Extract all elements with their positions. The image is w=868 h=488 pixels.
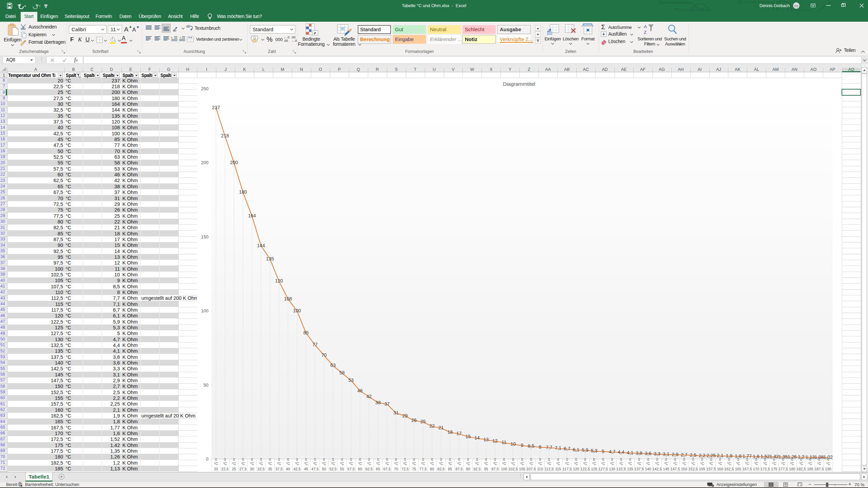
svg-text:0: 0 [638, 457, 640, 461]
svg-text:°C: °C [493, 461, 497, 465]
svg-text:°C: °C [358, 461, 362, 465]
svg-text:3,6: 3,6 [645, 450, 652, 456]
svg-text:0: 0 [629, 457, 631, 461]
svg-text:°C: °C [601, 461, 605, 465]
svg-text:237: 237 [212, 105, 220, 110]
svg-text:162,5: 162,5 [725, 467, 734, 471]
svg-text:0: 0 [566, 457, 568, 461]
svg-text:°C: °C [412, 461, 416, 465]
svg-text:75: 75 [412, 467, 416, 471]
svg-text:°C: °C [637, 461, 641, 465]
svg-text:°C: °C [349, 461, 353, 465]
svg-text:102,5: 102,5 [508, 467, 518, 471]
svg-text:46: 46 [357, 388, 363, 393]
svg-text:°C: °C [223, 461, 227, 465]
svg-text:°C: °C [313, 461, 317, 465]
svg-text:21: 21 [438, 425, 444, 430]
svg-text:0: 0 [260, 457, 262, 461]
svg-text:132,5: 132,5 [616, 467, 626, 471]
svg-text:37: 37 [384, 401, 390, 406]
svg-text:0: 0 [683, 457, 685, 461]
svg-text:A: A [644, 24, 647, 29]
svg-text:0: 0 [476, 457, 478, 461]
svg-text:0: 0 [449, 457, 451, 461]
svg-text:7,7: 7,7 [546, 444, 553, 450]
svg-text:ab: ab [186, 24, 190, 28]
svg-text:180: 180 [789, 467, 795, 471]
svg-text:°C: °C [241, 461, 245, 465]
svg-text:22: 22 [429, 423, 435, 429]
svg-text:190: 190 [825, 467, 831, 471]
svg-text:164: 164 [248, 213, 256, 218]
svg-text:9: 9 [521, 443, 524, 448]
svg-text:0: 0 [728, 457, 730, 461]
svg-text:0: 0 [251, 457, 253, 461]
svg-text:0: 0 [539, 457, 541, 461]
svg-text:100: 100 [201, 308, 209, 313]
svg-text:0: 0 [422, 457, 424, 461]
svg-text:°C: °C [421, 461, 425, 465]
svg-text:172,5: 172,5 [761, 467, 770, 471]
svg-text:°C: °C [520, 461, 524, 465]
svg-text:92,5: 92,5 [473, 467, 480, 471]
svg-text:70: 70 [321, 352, 327, 357]
svg-text:°C: °C [547, 461, 551, 465]
svg-text:°C: °C [403, 461, 407, 465]
svg-text:177,5: 177,5 [778, 467, 788, 471]
svg-text:°C: °C [745, 461, 749, 465]
svg-text:°C: °C [790, 461, 794, 465]
svg-text:63: 63 [330, 363, 336, 368]
svg-text:°C: °C [610, 461, 614, 465]
svg-text:85: 85 [303, 330, 309, 335]
svg-text:0: 0 [719, 457, 721, 461]
svg-text:°C: °C [574, 461, 578, 465]
svg-text:0: 0 [584, 457, 586, 461]
svg-text:0: 0 [404, 457, 406, 461]
svg-text:°C: °C [214, 461, 218, 465]
svg-text:0: 0 [548, 457, 550, 461]
svg-text:°C: °C [367, 461, 371, 465]
svg-text:°C: °C [673, 461, 677, 465]
svg-text:0: 0 [359, 457, 361, 461]
svg-text:0: 0 [827, 457, 829, 461]
svg-text:0: 0 [377, 457, 379, 461]
svg-text:°C: °C [538, 461, 542, 465]
svg-text:°C: °C [439, 461, 443, 465]
svg-text:2,9: 2,9 [672, 451, 678, 457]
svg-text:200: 200 [201, 160, 209, 165]
svg-text:0: 0 [746, 457, 748, 461]
svg-text:0: 0 [314, 457, 316, 461]
svg-text:127,5: 127,5 [598, 467, 608, 471]
svg-text:°C: °C [655, 461, 659, 465]
svg-text:53: 53 [348, 377, 354, 383]
svg-text:0: 0 [224, 457, 226, 461]
svg-text:°C: °C [430, 461, 434, 465]
svg-text:122,5: 122,5 [580, 467, 590, 471]
svg-text:70: 70 [394, 467, 398, 471]
svg-text:62,5: 62,5 [366, 467, 373, 471]
svg-text:87,5: 87,5 [455, 467, 462, 471]
svg-text:°C: °C [340, 461, 344, 465]
svg-text:108: 108 [284, 296, 292, 301]
svg-text:22,5: 22,5 [221, 467, 229, 471]
svg-text:200: 200 [230, 159, 238, 165]
svg-text:0: 0 [665, 457, 667, 461]
svg-text:0: 0 [611, 457, 613, 461]
svg-text:4,7: 4,7 [609, 449, 615, 454]
svg-text:38: 38 [375, 399, 381, 405]
svg-text:°C: °C [772, 461, 776, 465]
svg-text:5,9: 5,9 [582, 447, 589, 452]
svg-text:°C: °C [385, 461, 389, 465]
svg-text:0: 0 [674, 457, 676, 461]
svg-text:°C: °C [259, 461, 263, 465]
svg-text:182,5: 182,5 [796, 467, 806, 471]
svg-text:0: 0 [467, 457, 469, 461]
svg-text:31: 31 [393, 410, 399, 415]
svg-text:°C: °C [754, 461, 758, 465]
svg-text:135: 135 [266, 256, 274, 261]
svg-text:142,5: 142,5 [652, 467, 662, 471]
svg-text:°C: °C [682, 461, 686, 465]
svg-text:°C: °C [781, 461, 785, 465]
svg-text:60: 60 [358, 467, 362, 471]
svg-text:0: 0 [809, 457, 811, 461]
